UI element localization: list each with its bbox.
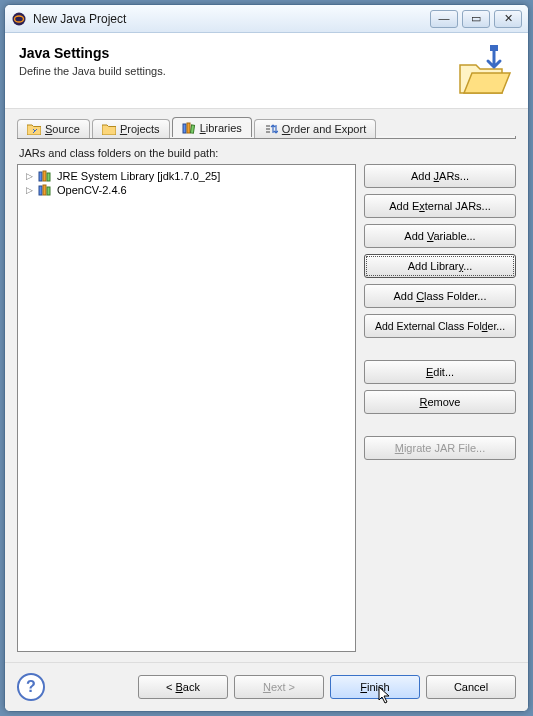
window-controls: — ▭ ✕ [430,10,522,28]
add-external-jars-button[interactable]: Add External JARs... [364,194,516,218]
tab-source[interactable]: Source [17,119,90,138]
add-external-class-folder-button[interactable]: Add External Class Folder... [364,314,516,338]
expand-icon[interactable]: ▷ [24,171,35,182]
svg-rect-8 [47,173,50,181]
svg-rect-6 [39,172,42,181]
projects-folder-icon [102,123,116,135]
tree-item-label: OpenCV-2.4.6 [57,184,127,196]
maximize-button[interactable]: ▭ [462,10,490,28]
add-variable-button[interactable]: Add Variable... [364,224,516,248]
tab-label: Libraries [200,122,242,134]
wizard-banner-icon [454,43,514,98]
cancel-button[interactable]: Cancel [426,675,516,699]
next-button: Next > [234,675,324,699]
window-title: New Java Project [33,12,430,26]
svg-rect-10 [43,185,46,195]
add-class-folder-button[interactable]: Add Class Folder... [364,284,516,308]
library-icon [38,170,54,182]
tab-label: Source [45,123,80,135]
svg-rect-4 [187,123,190,133]
wizard-footer: ? < Back Next > Finish Cancel [5,662,528,711]
edit-button[interactable]: Edit... [364,360,516,384]
eclipse-icon [11,11,27,27]
page-title: Java Settings [19,45,454,61]
tab-projects[interactable]: Projects [92,119,170,138]
back-button[interactable]: < Back [138,675,228,699]
remove-button[interactable]: Remove [364,390,516,414]
svg-rect-7 [43,171,46,181]
dialog-window: New Java Project — ▭ ✕ Java Settings Def… [4,4,529,712]
order-export-icon [264,123,278,135]
add-library-button[interactable]: Add Library... [364,254,516,278]
svg-rect-5 [190,125,194,133]
library-icon [38,184,54,196]
page-subtitle: Define the Java build settings. [19,65,454,77]
svg-rect-3 [183,124,186,133]
section-label: JARs and class folders on the build path… [19,147,516,159]
tab-label: Projects [120,123,160,135]
libraries-icon [182,122,196,134]
svg-rect-9 [39,186,42,195]
tab-label: Order and Export [282,123,366,135]
expand-icon[interactable]: ▷ [24,185,35,196]
jar-tree[interactable]: ▷ JRE System Library [jdk1.7.0_25] ▷ Ope… [17,164,356,652]
wizard-header: Java Settings Define the Java build sett… [5,33,528,109]
tree-item[interactable]: ▷ JRE System Library [jdk1.7.0_25] [20,169,353,183]
wizard-content: Source Projects Libraries Order and Expo… [5,109,528,662]
tab-libraries[interactable]: Libraries [172,117,252,137]
tab-order-export[interactable]: Order and Export [254,119,376,138]
tab-bar: Source Projects Libraries Order and Expo… [17,117,516,137]
source-folder-icon [27,123,41,135]
tree-item-label: JRE System Library [jdk1.7.0_25] [57,170,220,182]
migrate-jar-button: Migrate JAR File... [364,436,516,460]
side-button-column: Add JARs... Add External JARs... Add Var… [364,164,516,652]
help-button[interactable]: ? [17,673,45,701]
svg-rect-2 [490,45,498,51]
svg-rect-11 [47,187,50,195]
minimize-button[interactable]: — [430,10,458,28]
close-button[interactable]: ✕ [494,10,522,28]
add-jars-button[interactable]: Add JARs... [364,164,516,188]
finish-button[interactable]: Finish [330,675,420,699]
titlebar[interactable]: New Java Project — ▭ ✕ [5,5,528,33]
tree-item[interactable]: ▷ OpenCV-2.4.6 [20,183,353,197]
